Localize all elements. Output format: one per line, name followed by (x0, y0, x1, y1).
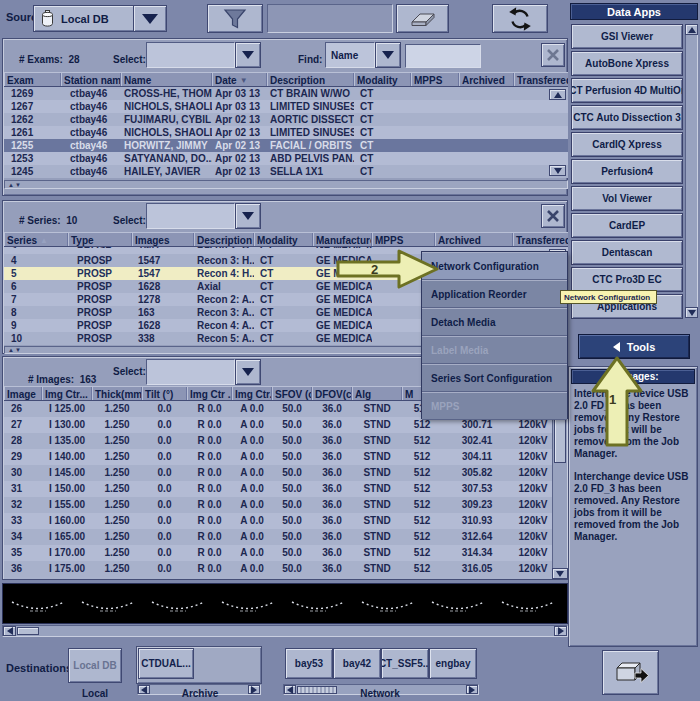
exam-row[interactable]: 1253 ctbay46 SATYANAND, DO... Apr 02 13 … (4, 152, 568, 165)
series-column-header[interactable]: Series▲ (4, 233, 68, 247)
menu-item[interactable]: Detach Media (422, 308, 567, 336)
strip-scroll-right-button[interactable] (554, 626, 567, 636)
eraser-button[interactable] (396, 4, 449, 33)
find-input[interactable] (405, 44, 481, 68)
series-clear-button[interactable] (541, 204, 565, 228)
images-select-dropdown[interactable] (146, 359, 261, 385)
exam-row[interactable]: 1261 ctbay46 NICHOLS, SHAOLL... Apr 02 1… (4, 126, 568, 139)
images-select-arrow[interactable] (235, 359, 261, 385)
apps-scrollbar[interactable] (685, 24, 698, 318)
app-button[interactable]: Perfusion4 (571, 159, 683, 184)
image-count-cell: 1547 (132, 254, 194, 267)
scrollbar-thumb[interactable] (17, 627, 39, 635)
app-button[interactable]: CardEP (571, 213, 683, 238)
images-scroll-down-button[interactable] (552, 568, 568, 579)
app-button[interactable]: GSI Viewer (571, 24, 683, 49)
modality-cell: CT (354, 126, 411, 139)
app-button[interactable]: CardIQ Xpress (571, 132, 683, 157)
app-button[interactable]: CT Perfusion 4D MultiOr (571, 78, 683, 103)
image-row[interactable]: 31 I 150.00 1.250 0.0 R 0.0 A 0.0 50.0 3… (4, 481, 553, 497)
exam-row[interactable]: 1267 ctbay46 NICHOLS, SHAOLL... Apr 03 1… (4, 100, 568, 113)
apps-scroll-down-button[interactable] (685, 307, 698, 318)
exam-column-header[interactable]: Date▼ (212, 73, 267, 87)
images-column-header[interactable]: Img Ctr... (42, 387, 92, 401)
menu-item[interactable]: Network Configuration (422, 252, 567, 280)
image-row[interactable]: 28 I 135.00 1.250 0.0 R 0.0 A 0.0 50.0 3… (4, 433, 553, 449)
series-column-header[interactable]: Type (68, 233, 132, 247)
series-select-dropdown[interactable] (146, 203, 261, 229)
image-row[interactable]: 33 I 160.00 1.250 0.0 R 0.0 A 0.0 50.0 3… (4, 513, 553, 529)
image-row[interactable]: 29 I 140.00 1.250 0.0 R 0.0 A 0.0 50.0 3… (4, 449, 553, 465)
find-field-arrow[interactable] (375, 42, 401, 68)
exam-hscrollbar[interactable]: ▲▼ (4, 180, 568, 189)
exam-column-header[interactable]: Name (121, 73, 212, 87)
image-row[interactable]: 30 I 145.00 1.250 0.0 R 0.0 A 0.0 50.0 3… (4, 465, 553, 481)
exam-select-dropdown[interactable] (146, 42, 261, 68)
clear-find-button[interactable] (541, 43, 565, 67)
images-column-header[interactable]: DFOV(c... (312, 387, 352, 401)
exam-column-header[interactable]: Description (267, 73, 354, 87)
exam-column-header[interactable]: Archived (459, 73, 514, 87)
exam-row[interactable]: 1269 ctbay46 CROSS-HE, THOM Apr 03 13 CT… (4, 87, 568, 100)
find-field-dropdown[interactable]: Name (325, 42, 401, 68)
archive-scroll-left-button[interactable] (138, 685, 150, 694)
series-column-header[interactable]: Images (132, 233, 194, 247)
series-select-arrow[interactable] (235, 203, 261, 229)
exam-select-arrow[interactable] (235, 42, 261, 68)
app-button[interactable]: CTC Pro3D EC (571, 267, 683, 292)
exam-row[interactable]: 1262 ctbay46 FUJIMARU, CYBIL Apr 02 13 A… (4, 113, 568, 126)
images-column-header[interactable]: Alg (352, 387, 402, 401)
exam-row[interactable]: 1255 ctbay46 HORWITZ, JIMMY Apr 02 13 FA… (4, 139, 568, 152)
app-button[interactable]: Vol Viewer (571, 186, 683, 211)
menu-item[interactable]: Application Reorder (422, 280, 567, 308)
network-scroll-right-button[interactable] (466, 685, 478, 694)
scrollbar-thumb[interactable] (554, 415, 566, 463)
manufacturer-cell: GE MEDICA... (313, 306, 372, 319)
exam-scroll-down-button[interactable] (549, 165, 566, 176)
network-destination-button[interactable]: CT_SSF5... (381, 648, 429, 679)
apps-scroll-up-button[interactable] (685, 24, 698, 35)
strip-scroll-left-button[interactable] (3, 626, 16, 636)
series-column-header[interactable]: Description (194, 233, 254, 247)
exam-scroll-up-button[interactable] (549, 89, 566, 100)
exam-column-header[interactable]: MPPS (411, 73, 459, 87)
network-destination-button[interactable]: engbay (429, 648, 477, 679)
menu-item[interactable]: Series Sort Configuration (422, 364, 567, 392)
network-destination-button[interactable]: bay42 (333, 648, 381, 679)
series-column-header[interactable]: Archived (435, 233, 513, 247)
exam-column-header[interactable]: Transferred (514, 73, 568, 87)
images-column-header[interactable]: Tilt (°) (142, 387, 187, 401)
local-db-button[interactable]: Local DB (68, 648, 122, 683)
archive-scroll-right-button[interactable] (248, 685, 260, 694)
send-exam-button[interactable] (602, 650, 659, 695)
image-film-strip[interactable] (2, 583, 568, 624)
filter-button[interactable] (207, 4, 263, 33)
images-vscrollbar[interactable] (552, 401, 568, 579)
images-column-header[interactable]: SFOV (c... (272, 387, 312, 401)
series-column-header[interactable]: Modality (254, 233, 313, 247)
app-button[interactable]: Dentascan (571, 240, 683, 265)
images-column-header[interactable]: Image▲ (4, 387, 42, 401)
source-dropdown-arrow[interactable] (133, 5, 167, 32)
image-row[interactable]: 36 I 175.00 1.250 0.0 R 0.0 A 0.0 50.0 3… (4, 561, 553, 577)
exam-column-header[interactable]: Modality (354, 73, 411, 87)
app-button[interactable]: AutoBone Xpress (571, 51, 683, 76)
exam-column-header[interactable]: Station name (61, 73, 121, 87)
menu-item[interactable]: MPPS (422, 392, 567, 420)
app-button[interactable]: CTC Auto Dissection 3 (571, 105, 683, 130)
menu-item[interactable]: Label Media (422, 336, 567, 364)
images-column-header[interactable]: Thick(mm) (92, 387, 142, 401)
image-row[interactable]: 35 I 170.00 1.250 0.0 R 0.0 A 0.0 50.0 3… (4, 545, 553, 561)
image-row[interactable]: 34 I 165.00 1.250 0.0 R 0.0 A 0.0 50.0 3… (4, 529, 553, 545)
exam-row[interactable]: 1245 ctbay46 HAILEY, JAVIER Apr 02 13 SE… (4, 165, 568, 178)
refresh-button[interactable] (492, 4, 548, 33)
images-column-header[interactable]: Img Ctr... (232, 387, 272, 401)
network-destination-button[interactable]: bay53 (285, 648, 333, 679)
network-scroll-left-button[interactable] (284, 685, 296, 694)
series-column-header[interactable]: Transferred... (513, 233, 568, 247)
strip-scrollbar[interactable] (2, 625, 568, 637)
images-column-header[interactable]: Img Ctr ... (187, 387, 232, 401)
image-row[interactable]: 32 I 155.00 1.250 0.0 R 0.0 A 0.0 50.0 3… (4, 497, 553, 513)
exam-column-header[interactable]: Exam (4, 73, 61, 87)
archive-device-button[interactable]: CTDUAL... (138, 648, 194, 679)
